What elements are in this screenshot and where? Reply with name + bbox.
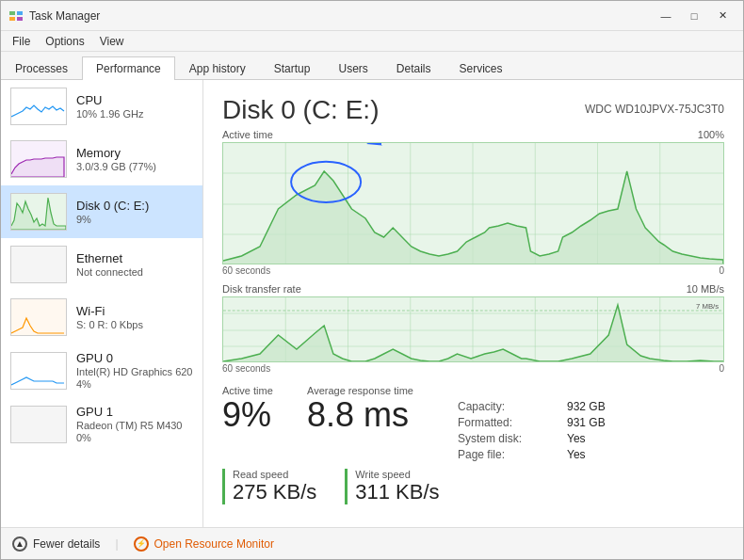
tab-processes[interactable]: Processes	[1, 56, 82, 80]
ethernet-label: Ethernet	[76, 251, 193, 265]
transfer-rate-section: Disk transfer rate 10 MB/s	[222, 283, 724, 377]
read-speed-block: Read speed 275 KB/s	[222, 469, 316, 504]
active-time-chart	[222, 142, 724, 264]
wifi-label: Wi-Fi	[76, 304, 193, 318]
minimize-button[interactable]: —	[653, 3, 679, 29]
formatted-label: Formatted:	[458, 416, 561, 429]
memory-value: 3.0/3.9 GB (77%)	[76, 161, 193, 172]
sidebar-item-wifi[interactable]: Wi-Fi S: 0 R: 0 Kbps	[1, 291, 202, 344]
read-speed-label: Read speed	[233, 469, 316, 480]
formatted-row: Formatted: 931 GB	[458, 416, 606, 429]
memory-label: Memory	[76, 146, 193, 160]
sidebar-item-ethernet[interactable]: Ethernet Not connected	[1, 238, 202, 291]
gpu1-value2: Radeon (TM) R5 M430	[76, 420, 193, 431]
fewer-details-label: Fewer details	[33, 537, 100, 551]
resource-monitor-icon: ⚡	[134, 536, 149, 552]
disk-info: Disk 0 (C: E:) 9%	[76, 199, 193, 225]
active-time-label: Active time	[222, 129, 273, 140]
ethernet-value: Not connected	[76, 266, 193, 278]
main-content: CPU 10% 1.96 GHz Memory 3.0/3.9 GB (77%)	[1, 80, 743, 527]
page-file-label: Page file:	[458, 448, 561, 461]
wifi-graph-thumbnail	[10, 298, 67, 336]
tab-details[interactable]: Details	[382, 56, 445, 80]
menu-file[interactable]: File	[5, 33, 38, 50]
speed-section: Read speed 275 KB/s Write speed 311 KB/s	[222, 469, 724, 504]
cpu-graph-thumbnail	[10, 88, 67, 125]
sidebar: CPU 10% 1.96 GHz Memory 3.0/3.9 GB (77%)	[1, 80, 203, 527]
open-resource-monitor-label[interactable]: Open Resource Monitor	[154, 537, 274, 551]
sidebar-item-gpu1[interactable]: GPU 1 Radeon (TM) R5 M430 0%	[1, 397, 202, 451]
menu-options[interactable]: Options	[38, 33, 91, 50]
detail-title: Disk 0 (C: E:)	[222, 95, 379, 125]
active-time-stat-value: 9%	[222, 398, 298, 432]
title-bar-text: Task Manager	[29, 9, 653, 23]
title-bar: Task Manager — □ ✕	[1, 1, 743, 31]
write-speed-block: Write speed 311 KB/s	[345, 469, 439, 504]
gpu0-label: GPU 0	[76, 351, 193, 365]
memory-info: Memory 3.0/3.9 GB (77%)	[76, 146, 193, 172]
active-time-stat: Active time 9%	[222, 385, 298, 432]
disk-graph-thumbnail	[10, 193, 67, 231]
formatted-value: 931 GB	[567, 416, 606, 429]
svg-rect-8	[11, 407, 66, 442]
sidebar-item-cpu[interactable]: CPU 10% 1.96 GHz	[1, 80, 202, 133]
disk-value: 9%	[76, 214, 193, 225]
active-time-label-row: Active time 100%	[222, 129, 724, 140]
tab-app-history[interactable]: App history	[175, 56, 260, 80]
capacity-value: 932 GB	[567, 400, 606, 413]
gpu1-info: GPU 1 Radeon (TM) R5 M430 0%	[76, 405, 193, 443]
fewer-details-button[interactable]: ▲ Fewer details	[12, 536, 100, 552]
transfer-label: Disk transfer rate	[222, 283, 301, 295]
tab-performance[interactable]: Performance	[82, 56, 175, 80]
sidebar-item-memory[interactable]: Memory 3.0/3.9 GB (77%)	[1, 133, 202, 185]
menu-view[interactable]: View	[92, 33, 132, 50]
detail-header: Disk 0 (C: E:) WDC WD10JPVX-75JC3T0	[222, 95, 724, 125]
svg-rect-0	[9, 11, 15, 15]
cpu-value: 10% 1.96 GHz	[76, 108, 193, 120]
fewer-details-icon: ▲	[12, 536, 27, 552]
close-button[interactable]: ✕	[709, 3, 736, 29]
gpu0-info: GPU 0 Intel(R) HD Graphics 620 4%	[76, 351, 193, 390]
transfer-zero: 0	[719, 363, 724, 374]
capacity-row: Capacity: 932 GB	[458, 400, 606, 413]
response-time-stat: Average response time 8.8 ms	[307, 385, 439, 432]
transfer-time-row: 60 seconds 0	[222, 363, 724, 374]
active-time-zero: 0	[719, 265, 724, 276]
system-disk-row: System disk: Yes	[458, 432, 606, 445]
svg-rect-2	[9, 17, 15, 21]
app-icon	[8, 8, 24, 24]
wifi-value: S: 0 R: 0 Kbps	[76, 319, 193, 330]
open-resource-monitor-button[interactable]: ⚡ Open Resource Monitor	[134, 536, 274, 552]
svg-rect-3	[17, 17, 23, 21]
tab-bar: Processes Performance App history Startu…	[1, 52, 743, 80]
cpu-label: CPU	[76, 93, 193, 107]
memory-graph-thumbnail	[10, 140, 67, 178]
svg-rect-1	[17, 11, 23, 15]
maximize-button[interactable]: □	[681, 3, 707, 29]
system-disk-label: System disk:	[458, 432, 561, 445]
ethernet-graph-thumbnail	[10, 246, 67, 283]
page-file-value: Yes	[567, 448, 586, 461]
sidebar-item-gpu0[interactable]: GPU 0 Intel(R) HD Graphics 620 4%	[1, 344, 202, 397]
active-time-60s: 60 seconds	[222, 265, 270, 276]
svg-text:7 MB/s: 7 MB/s	[696, 302, 719, 311]
tab-startup[interactable]: Startup	[260, 56, 325, 80]
capacity-label: Capacity:	[458, 400, 561, 413]
detail-model: WDC WD10JPVX-75JC3T0	[585, 103, 724, 116]
menu-bar: File Options View	[1, 31, 743, 52]
tab-users[interactable]: Users	[324, 56, 381, 80]
task-manager-window: Task Manager — □ ✕ File Options View Pro…	[0, 0, 744, 560]
tab-services[interactable]: Services	[445, 56, 517, 80]
sidebar-item-disk[interactable]: Disk 0 (C: E:) 9%	[1, 185, 202, 238]
gpu0-value2: Intel(R) HD Graphics 620	[76, 366, 193, 377]
write-speed-value: 311 KB/s	[355, 480, 439, 504]
svg-rect-6	[11, 247, 66, 282]
transfer-chart: 7 MB/s	[222, 296, 724, 362]
active-time-section: Active time 100%	[222, 129, 724, 280]
system-disk-value: Yes	[567, 432, 586, 445]
wifi-info: Wi-Fi S: 0 R: 0 Kbps	[76, 304, 193, 330]
detail-panel: Disk 0 (C: E:) WDC WD10JPVX-75JC3T0 Acti…	[203, 80, 743, 527]
transfer-label-row: Disk transfer rate 10 MB/s	[222, 283, 724, 295]
transfer-60s: 60 seconds	[222, 363, 270, 374]
window-controls: — □ ✕	[653, 3, 736, 29]
